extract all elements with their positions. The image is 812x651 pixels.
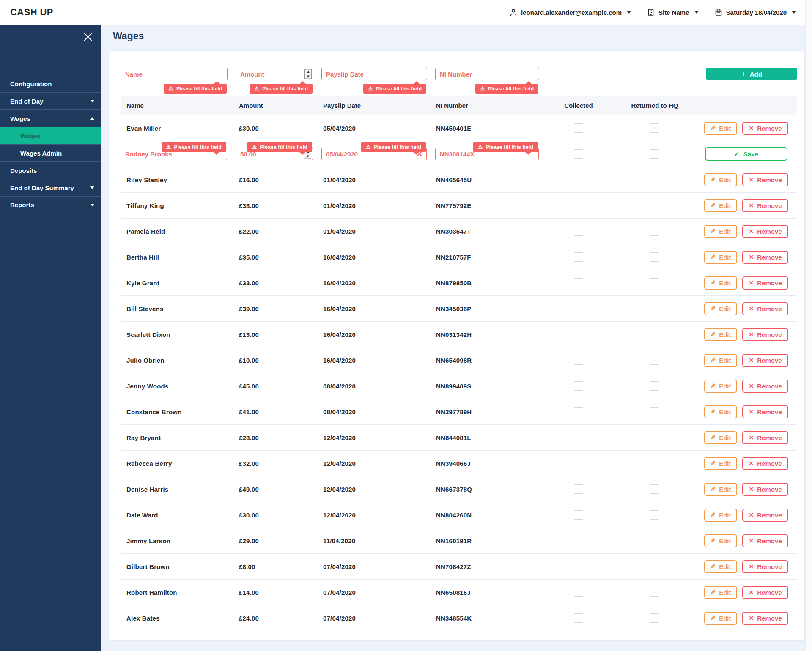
collected-checkbox[interactable] (574, 356, 583, 365)
remove-button[interactable]: ✕Remove (742, 173, 788, 186)
collected-checkbox[interactable] (574, 123, 583, 133)
edit-button[interactable]: ✎Edit (704, 225, 737, 238)
vertical-scrollbar[interactable] (805, 0, 812, 651)
spinner-down[interactable] (305, 74, 311, 79)
collected-checkbox[interactable] (574, 175, 583, 184)
returned-checkbox[interactable] (650, 252, 659, 262)
returned-checkbox[interactable] (650, 304, 659, 313)
collected-checkbox[interactable] (574, 304, 583, 313)
returned-checkbox[interactable] (650, 588, 659, 597)
edit-button[interactable]: ✎Edit (704, 509, 737, 522)
edit-button[interactable]: ✎Edit (704, 328, 737, 341)
returned-checkbox[interactable] (650, 536, 659, 545)
returned-checkbox[interactable] (650, 510, 659, 520)
returned-checkbox[interactable] (650, 227, 659, 236)
remove-button[interactable]: ✕Remove (742, 199, 788, 212)
returned-checkbox[interactable] (650, 407, 659, 416)
remove-button[interactable]: ✕Remove (742, 354, 788, 367)
save-button[interactable]: ✓Save (705, 147, 787, 161)
close-sidebar-button[interactable] (81, 30, 95, 44)
site-menu[interactable]: Site Name (647, 8, 699, 16)
edit-button[interactable]: ✎Edit (704, 173, 737, 186)
collected-checkbox[interactable] (574, 536, 583, 545)
returned-checkbox[interactable] (650, 381, 659, 391)
returned-checkbox[interactable] (650, 562, 659, 571)
remove-button[interactable]: ✕Remove (742, 122, 788, 135)
edit-button[interactable]: ✎Edit (704, 122, 737, 135)
add-payslip-date-input[interactable] (321, 68, 427, 80)
edit-button[interactable]: ✎Edit (704, 380, 737, 393)
remove-button[interactable]: ✕Remove (742, 405, 788, 418)
edit-button[interactable]: ✎Edit (704, 457, 737, 470)
add-button[interactable]: + Add (706, 68, 797, 80)
remove-button[interactable]: ✕Remove (742, 276, 788, 290)
returned-checkbox[interactable] (650, 278, 659, 287)
sidebar-item-end-of-day[interactable]: End of Day (0, 92, 102, 109)
edit-button[interactable]: ✎Edit (704, 199, 737, 212)
edit-button[interactable]: ✎Edit (704, 612, 737, 625)
remove-button[interactable]: ✕Remove (742, 483, 788, 496)
collected-checkbox[interactable] (574, 613, 583, 623)
edit-button[interactable]: ✎Edit (704, 405, 737, 418)
returned-checkbox[interactable] (650, 356, 659, 365)
remove-button[interactable]: ✕Remove (742, 328, 788, 341)
remove-button[interactable]: ✕Remove (742, 586, 788, 599)
spinner-up[interactable] (305, 70, 311, 74)
sidebar-subitem-wages[interactable]: Wages (0, 127, 102, 144)
add-amount-input[interactable] (236, 68, 313, 80)
number-spinner[interactable] (304, 69, 312, 79)
edit-button[interactable]: ✎Edit (704, 276, 737, 290)
collected-checkbox[interactable] (574, 510, 583, 520)
collected-checkbox[interactable] (574, 278, 583, 287)
collected-checkbox[interactable] (574, 201, 583, 210)
returned-checkbox[interactable] (650, 459, 659, 468)
add-ni-number-input[interactable] (435, 68, 539, 80)
edit-button[interactable]: ✎Edit (704, 534, 737, 547)
sidebar-item-configuration[interactable]: Configuration (0, 75, 102, 92)
remove-button[interactable]: ✕Remove (742, 457, 788, 470)
remove-button[interactable]: ✕Remove (742, 560, 788, 573)
remove-button[interactable]: ✕Remove (742, 612, 788, 625)
collected-checkbox[interactable] (574, 484, 583, 494)
sidebar-item-wages[interactable]: Wages (0, 109, 102, 127)
edit-button[interactable]: ✎Edit (704, 483, 737, 496)
sidebar-subitem-wages-admin[interactable]: Wages Admin (0, 144, 102, 161)
remove-button[interactable]: ✕Remove (742, 534, 788, 547)
returned-checkbox[interactable] (650, 175, 659, 184)
collected-checkbox[interactable] (574, 562, 583, 571)
returned-checkbox[interactable] (650, 484, 659, 494)
returned-checkbox[interactable] (650, 613, 659, 623)
collected-checkbox[interactable] (574, 459, 583, 468)
date-menu[interactable]: Saturday 18/04/2020 (715, 8, 796, 16)
edit-button[interactable]: ✎Edit (704, 431, 737, 444)
collected-checkbox[interactable] (574, 252, 583, 262)
returned-checkbox[interactable] (650, 123, 659, 133)
collected-checkbox[interactable] (574, 149, 583, 159)
returned-checkbox[interactable] (650, 433, 659, 442)
collected-checkbox[interactable] (574, 227, 583, 236)
remove-button[interactable]: ✕Remove (742, 380, 788, 393)
collected-checkbox[interactable] (574, 381, 583, 391)
collected-checkbox[interactable] (574, 330, 583, 339)
remove-button[interactable]: ✕Remove (742, 302, 788, 315)
collected-checkbox[interactable] (574, 407, 583, 416)
returned-checkbox[interactable] (650, 201, 659, 210)
sidebar-item-deposits[interactable]: Deposits (0, 161, 102, 179)
returned-checkbox[interactable] (650, 330, 659, 339)
sidebar-item-end-of-day-summary[interactable]: End of Day Summary (0, 179, 102, 196)
edit-button[interactable]: ✎Edit (704, 586, 737, 599)
remove-button[interactable]: ✕Remove (742, 509, 788, 522)
collected-checkbox[interactable] (574, 433, 583, 442)
user-menu[interactable]: leonard.alexander@example.com (510, 8, 631, 16)
sidebar-item-reports[interactable]: Reports (0, 196, 102, 213)
returned-checkbox[interactable] (650, 149, 659, 159)
spinner-down[interactable] (304, 154, 311, 159)
remove-button[interactable]: ✕Remove (742, 225, 788, 238)
edit-button[interactable]: ✎Edit (704, 560, 737, 573)
edit-button[interactable]: ✎Edit (704, 354, 737, 367)
collected-checkbox[interactable] (574, 588, 583, 597)
add-name-input[interactable] (121, 68, 228, 80)
remove-button[interactable]: ✕Remove (742, 251, 788, 264)
edit-button[interactable]: ✎Edit (704, 251, 737, 264)
edit-button[interactable]: ✎Edit (704, 302, 737, 315)
